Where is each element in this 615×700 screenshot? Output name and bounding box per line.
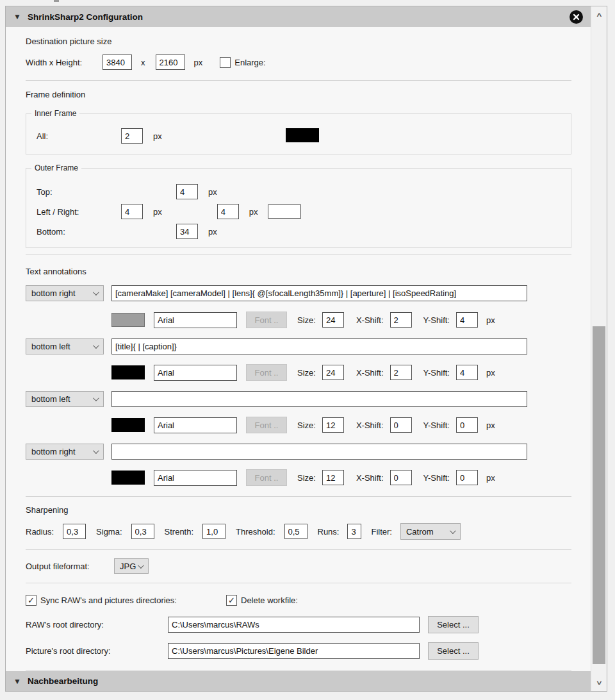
annotation-xshift-input[interactable] xyxy=(390,417,412,433)
threshold-label: Threshold: xyxy=(236,527,275,537)
height-input[interactable] xyxy=(156,54,185,70)
annotation-size-input[interactable] xyxy=(322,470,344,485)
close-button[interactable] xyxy=(570,10,583,24)
collapse-triangle-icon[interactable]: ▼ xyxy=(13,677,21,686)
annotation-style-row: Font .. Size: X-Shift: Y-Shift: px xyxy=(111,364,571,381)
annotation-color-swatch[interactable] xyxy=(111,365,145,379)
annotation-template-input[interactable] xyxy=(111,391,527,407)
outer-right-input[interactable] xyxy=(217,204,239,219)
outer-right-px-unit: px xyxy=(249,207,258,217)
strength-input[interactable] xyxy=(202,524,226,539)
px-unit: px xyxy=(486,315,495,325)
font-button[interactable]: Font .. xyxy=(246,312,287,328)
outer-bottom-input[interactable] xyxy=(176,224,198,239)
outer-top-input[interactable] xyxy=(176,184,198,199)
threshold-input[interactable] xyxy=(284,524,308,539)
chevron-down-icon: ∨ xyxy=(595,679,602,686)
yshift-label: Y-Shift: xyxy=(423,315,450,325)
annotation-position-select[interactable]: bottom right xyxy=(26,285,104,301)
pictures-directory-input[interactable] xyxy=(168,643,420,659)
outer-bottom-px-unit: px xyxy=(208,227,217,237)
xshift-label: X-Shift: xyxy=(356,315,384,325)
nachbearbeitung-header[interactable]: ▼ Nachbearbeitung xyxy=(6,671,591,691)
outer-top-px-unit: px xyxy=(208,187,217,197)
inner-all-input[interactable] xyxy=(121,128,143,144)
delete-workfile-label: Delete workfile: xyxy=(241,596,298,605)
annotation-position-select[interactable]: bottom right xyxy=(26,444,104,460)
font-button[interactable]: Font .. xyxy=(246,417,287,433)
annotation-position-select[interactable]: bottom left xyxy=(26,391,104,407)
inner-frame-color-swatch[interactable] xyxy=(286,128,319,142)
section-divider xyxy=(26,254,571,255)
outer-frame-color-swatch[interactable] xyxy=(268,204,301,219)
raw-select-button[interactable]: Select ... xyxy=(428,616,479,633)
chevron-down-icon xyxy=(450,528,456,534)
shrinksharp-config-panel: ▼ ShrinkSharp2 Configuration Destination… xyxy=(5,6,607,692)
chevron-down-icon xyxy=(93,342,99,349)
check-icon: ✓ xyxy=(28,596,35,604)
annotation-row: bottom left xyxy=(26,391,571,407)
annotation-size-input[interactable] xyxy=(322,417,344,433)
chevron-down-icon xyxy=(138,562,144,569)
annotation-template-input[interactable] xyxy=(111,444,527,460)
annotation-position-value: bottom right xyxy=(31,447,76,456)
vertical-scrollbar[interactable]: ∧ ∨ xyxy=(591,6,607,691)
annotation-xshift-input[interactable] xyxy=(390,312,412,328)
section-divider xyxy=(26,670,571,671)
size-label: Width x Height: xyxy=(26,58,102,67)
annotation-position-select[interactable]: bottom left xyxy=(26,338,104,354)
radius-input[interactable] xyxy=(63,524,86,539)
collapse-triangle-icon[interactable]: ▼ xyxy=(13,12,21,21)
sync-directories-checkbox[interactable]: ✓ xyxy=(26,595,37,606)
xshift-label: X-Shift: xyxy=(356,421,384,430)
annotation-font-input[interactable] xyxy=(154,365,237,381)
annotation-template-input[interactable] xyxy=(111,338,527,354)
delete-workfile-checkbox[interactable]: ✓ xyxy=(226,595,237,606)
annotation-color-swatch[interactable] xyxy=(111,418,145,432)
annotation-template-input[interactable] xyxy=(111,285,527,301)
annotation-yshift-input[interactable] xyxy=(456,365,478,380)
annotation-xshift-input[interactable] xyxy=(390,470,412,485)
scrollbar-thumb[interactable] xyxy=(593,326,605,664)
cropped-content-artifact xyxy=(54,0,59,2)
section-divider xyxy=(26,549,571,550)
panel-header: ▼ ShrinkSharp2 Configuration xyxy=(6,6,591,27)
xshift-label: X-Shift: xyxy=(356,368,384,378)
frame-section-label: Frame definition xyxy=(26,90,571,99)
annotation-font-input[interactable] xyxy=(154,312,237,328)
output-format-select[interactable]: JPG xyxy=(114,558,149,574)
annotation-yshift-input[interactable] xyxy=(456,470,478,485)
annotation-yshift-input[interactable] xyxy=(456,417,478,433)
panel-body: Destination picture size Width x Height:… xyxy=(6,27,591,671)
size-label: Size: xyxy=(297,315,316,325)
scroll-down-button[interactable]: ∨ xyxy=(591,676,607,689)
font-button[interactable]: Font .. xyxy=(246,364,287,381)
inner-frame-group: Inner Frame All: px xyxy=(26,113,571,154)
width-input[interactable] xyxy=(102,54,132,70)
scroll-up-button[interactable]: ∧ xyxy=(591,8,607,21)
annotation-size-input[interactable] xyxy=(322,312,344,328)
filter-label: Filter: xyxy=(371,527,392,537)
outer-left-input[interactable] xyxy=(121,204,143,219)
annotation-row: bottom left xyxy=(26,338,571,354)
filter-select[interactable]: Catrom xyxy=(400,523,461,540)
annotation-color-swatch[interactable] xyxy=(111,313,145,327)
annotation-font-input[interactable] xyxy=(154,470,237,486)
sharpening-section-label: Sharpening xyxy=(26,505,571,515)
pictures-select-button[interactable]: Select ... xyxy=(428,642,479,660)
font-button[interactable]: Font .. xyxy=(246,469,287,486)
close-icon xyxy=(573,13,580,21)
annotation-yshift-input[interactable] xyxy=(456,312,478,328)
px-unit: px xyxy=(486,368,495,378)
annotation-color-swatch[interactable] xyxy=(111,471,145,485)
runs-input[interactable] xyxy=(347,524,361,539)
raw-directory-input[interactable] xyxy=(168,617,420,633)
annotation-xshift-input[interactable] xyxy=(390,365,412,380)
annotation-size-input[interactable] xyxy=(322,365,344,380)
sigma-input[interactable] xyxy=(131,524,154,539)
annotation-font-input[interactable] xyxy=(154,417,237,433)
enlarge-checkbox[interactable] xyxy=(220,57,231,68)
radius-label: Radius: xyxy=(26,527,54,537)
sigma-label: Sigma: xyxy=(96,527,122,537)
chevron-down-icon xyxy=(93,289,99,296)
